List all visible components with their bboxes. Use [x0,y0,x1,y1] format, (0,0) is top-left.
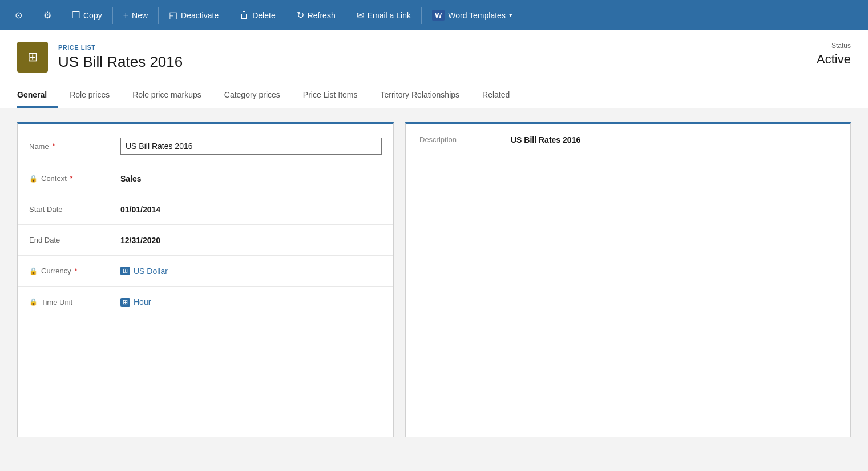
email-icon: ✉ [357,10,364,21]
start-date-field-row: Start Date 01/01/2014 [18,194,393,225]
word-icon: W [432,10,445,21]
start-date-label: Start Date [29,205,120,214]
refresh-button[interactable]: ↻ Refresh [286,0,346,30]
currency-label: 🔒 Currency * [29,267,120,275]
tab-related[interactable]: Related [471,82,521,108]
time-unit-lock-icon: 🔒 [29,298,38,306]
name-field-value [120,138,382,155]
tab-territory-relationships[interactable]: Territory Relationships [369,82,471,108]
end-date-label: End Date [29,236,120,244]
entity-icon: ⊞ [17,42,48,73]
refresh-icon: ↻ [297,10,304,21]
context-lock-icon: 🔒 [29,175,38,183]
tab-role-prices[interactable]: Role prices [58,82,121,108]
start-date-value: 01/01/2014 [120,205,160,214]
context-value: Sales [120,174,142,183]
new-button[interactable]: + New [113,0,158,30]
time-unit-link-icon: ⊞ [120,298,130,307]
entity-label: PRICE LIST [58,44,183,51]
end-date-value: 12/31/2020 [120,236,160,245]
end-date-field-value: 12/31/2020 [120,236,382,245]
name-required-star: * [53,142,55,150]
header-left: ⊞ PRICE LIST US Bill Rates 2016 [17,42,183,82]
currency-field-value: ⊞ US Dollar [120,267,382,276]
time-unit-label: 🔒 Time Unit [29,298,120,307]
new-icon: + [123,10,128,21]
context-field-row: 🔒 Context * Sales [18,163,393,194]
delete-icon: 🗑 [240,10,249,21]
context-field-value: Sales [120,174,382,183]
tab-price-list-items[interactable]: Price List Items [292,82,369,108]
entity-info: PRICE LIST US Bill Rates 2016 [58,44,183,71]
time-unit-field-value: ⊞ Hour [120,297,382,307]
main-content: Name * 🔒 Context * Sales Start Date [0,108,868,451]
tabs-bar: General Role prices Role price markups C… [0,82,868,108]
toolbar: ⊙ ⚙ ❐ Copy + New ◱ Deactivate 🗑 Delete ↻… [0,0,868,30]
email-link-button[interactable]: ✉ Email a Link [346,0,421,30]
description-value: US Bill Rates 2016 [511,135,580,144]
header: ⊞ PRICE LIST US Bill Rates 2016 Status A… [0,30,868,82]
end-date-field-row: End Date 12/31/2020 [18,225,393,256]
tab-category-prices[interactable]: Category prices [213,82,292,108]
context-label: 🔒 Context * [29,174,120,183]
name-field-row: Name * [18,130,393,163]
status-value: Active [817,52,851,67]
settings-icon: ⚙ [43,10,51,21]
currency-lock-icon: 🔒 [29,267,38,275]
description-row: Description US Bill Rates 2016 [419,135,837,156]
header-status: Status Active [817,42,851,76]
copy-button[interactable]: ❐ Copy [62,0,112,30]
home-icon: ⊙ [15,10,22,21]
settings-button[interactable]: ⚙ [33,0,62,30]
currency-link[interactable]: ⊞ US Dollar [120,267,382,276]
word-templates-button[interactable]: W Word Templates ▾ [422,0,523,30]
currency-field-row: 🔒 Currency * ⊞ US Dollar [18,256,393,287]
name-label: Name * [29,142,120,151]
currency-link-icon: ⊞ [120,267,130,275]
chevron-down-icon: ▾ [509,11,512,19]
name-input[interactable] [120,138,382,155]
time-unit-link[interactable]: ⊞ Hour [120,297,382,307]
description-label: Description [419,135,488,144]
entity-name: US Bill Rates 2016 [58,53,183,71]
form-panel-right: Description US Bill Rates 2016 [405,122,851,437]
time-unit-field-row: 🔒 Time Unit ⊞ Hour [18,287,393,317]
tab-general[interactable]: General [17,82,58,108]
deactivate-button[interactable]: ◱ Deactivate [159,0,229,30]
copy-icon: ❐ [72,10,80,21]
context-required-star: * [70,175,73,183]
home-button[interactable]: ⊙ [5,0,33,30]
deactivate-icon: ◱ [169,10,177,21]
status-label: Status [817,42,851,50]
form-panel-left: Name * 🔒 Context * Sales Start Date [17,122,394,437]
tab-role-price-markups[interactable]: Role price markups [121,82,213,108]
delete-button[interactable]: 🗑 Delete [229,0,285,30]
start-date-field-value: 01/01/2014 [120,205,382,214]
currency-required-star: * [75,267,78,275]
